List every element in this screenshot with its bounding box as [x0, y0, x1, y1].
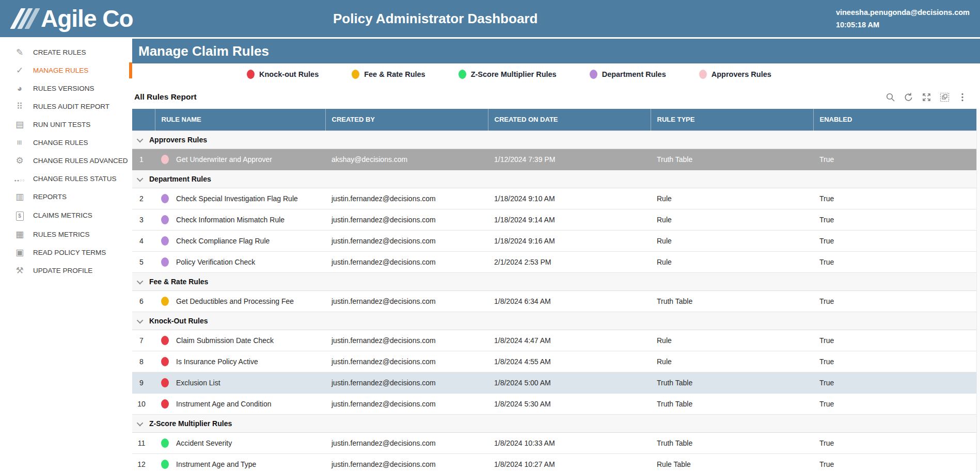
column-header-created-by[interactable]: CREATED BY [325, 109, 488, 131]
row-index: 4 [132, 230, 155, 251]
created-on-date: 2/1/2024 2:53 PM [488, 251, 651, 272]
column-header-rule-name[interactable]: RULE NAME [155, 109, 325, 131]
table-row[interactable]: 4Check Compliance Flag Rulejustin.fernan… [132, 230, 976, 251]
vertical-scrollbar[interactable] [976, 109, 980, 472]
sidebar-item-label: CREATE RULES [33, 48, 86, 57]
created-by: akshay@decisions.com [325, 149, 488, 170]
sidebar-item-rules-metrics[interactable]: ▦RULES METRICS [0, 225, 132, 243]
enabled-value: True [813, 330, 976, 351]
group-row-department-rules[interactable]: Department Rules [132, 170, 976, 188]
legend-label: Approvers Rules [712, 70, 771, 78]
table-row[interactable]: 12Instrument Age and Typejustin.fernande… [132, 453, 976, 472]
rule-type-dot-icon [161, 194, 169, 203]
rule-type: Rule [651, 188, 813, 209]
column-header-index[interactable] [132, 109, 155, 131]
legend-dot-icon [590, 70, 597, 79]
enabled-value: True [813, 230, 976, 251]
table-row[interactable]: 8Is Insurance Policy Activejustin.fernan… [132, 351, 976, 372]
group-row-fee-rate-rules[interactable]: Fee & Rate Rules [132, 272, 976, 290]
dashboard-title: Policy Administrator Dashboard [333, 11, 538, 27]
sidebar-item-manage-rules[interactable]: ✓MANAGE RULES [0, 61, 132, 79]
table-row[interactable]: 5Policy Verification Checkjustin.fernand… [132, 251, 976, 272]
created-by: justin.fernandez@decisions.com [325, 453, 488, 472]
agileco-logo[interactable]: Agile Co [15, 7, 133, 30]
sidebar-item-change-rules-advanced[interactable]: ⚙CHANGE RULES ADVANCED [0, 152, 132, 170]
created-on-date: 1/18/2024 9:10 AM [488, 188, 651, 209]
created-by: justin.fernandez@decisions.com [325, 230, 488, 251]
kebab-menu-icon[interactable] [957, 92, 968, 102]
chevron-down-icon [137, 419, 144, 426]
sidebar-item-label: RULES VERSIONS [33, 85, 94, 93]
group-label: Knock-Out Rules [149, 317, 208, 325]
legend-dot-icon [459, 70, 466, 79]
sidebar-item-label: RUN UNIT TESTS [33, 121, 90, 129]
expand-icon[interactable] [921, 92, 931, 102]
enabled-value: True [813, 290, 976, 312]
rule-type: Rule [651, 330, 813, 351]
legend-item-knock-out-rules: Knock-out Rules [247, 70, 319, 79]
table-row[interactable]: 9Exclusion Listjustin.fernandez@decision… [132, 372, 976, 393]
enabled-value: True [813, 251, 976, 272]
rule-type: Truth Table [651, 149, 813, 170]
sidebar-item-change-rules-status[interactable]: ●●○○CHANGE RULES STATUS [0, 170, 132, 188]
refresh-icon[interactable] [903, 92, 913, 102]
sidebar-item-rules-audit-report[interactable]: ⠿RULES AUDIT REPORT [0, 97, 132, 116]
report-doc-icon: ▥ [13, 192, 26, 201]
enabled-value: True [813, 188, 976, 209]
rule-type-dot-icon [161, 357, 169, 366]
table-row[interactable]: 10Instrument Age and Conditionjustin.fer… [132, 393, 976, 414]
sidebar-item-update-profile[interactable]: ⚒UPDATE PROFILE [0, 262, 132, 280]
column-header-rule-type[interactable]: RULE TYPE [651, 109, 813, 131]
row-index: 7 [132, 330, 155, 351]
column-header-enabled[interactable]: ENABLED [813, 109, 976, 131]
rule-name: Claim Submission Date Check [176, 336, 274, 345]
group-row-knock-out-rules[interactable]: Knock-Out Rules [132, 312, 976, 330]
table-row[interactable]: 3Check Information Mismatch Rulejustin.f… [132, 209, 976, 230]
group-row-z-score-multiplier-rules[interactable]: Z-Score Multiplier Rules [132, 414, 976, 432]
created-by: justin.fernandez@decisions.com [325, 432, 488, 453]
created-on-date: 1/8/2024 6:34 AM [488, 290, 651, 312]
created-by: justin.fernandez@decisions.com [325, 188, 488, 209]
rule-type: Rule [651, 251, 813, 272]
table-row[interactable]: 7Claim Submission Date Checkjustin.ferna… [132, 330, 976, 351]
sidebar-item-label: REPORTS [33, 193, 67, 201]
sidebar-item-create-rules[interactable]: ✎CREATE RULES [0, 43, 132, 61]
sidebar-item-read-policy-terms[interactable]: ▣READ POLICY TERMS [0, 243, 132, 262]
enabled-value: True [813, 351, 976, 372]
row-index: 2 [132, 188, 155, 209]
rule-name: Get Deductibles and Processing Fee [176, 297, 294, 305]
table-row[interactable]: 1Get Underwriter and Approverakshay@deci… [132, 149, 976, 170]
rule-type-dot-icon [161, 297, 169, 306]
sidebar-item-rules-versions[interactable]: ◕RULES VERSIONS [0, 79, 132, 97]
column-header-created-on-date[interactable]: CREATED ON DATE [488, 109, 651, 131]
row-index: 5 [132, 251, 155, 272]
legend-label: Knock-out Rules [259, 70, 319, 78]
rule-name: Is Insurance Policy Active [176, 357, 258, 366]
table-row[interactable]: 11Accident Severityjustin.fernandez@deci… [132, 432, 976, 453]
search-icon[interactable] [885, 92, 895, 102]
chevron-down-icon [137, 175, 144, 182]
copy-icon[interactable] [939, 92, 950, 102]
created-by: justin.fernandez@decisions.com [325, 372, 488, 393]
rule-type-dot-icon [161, 155, 169, 164]
sidebar-item-run-unit-tests[interactable]: ▤RUN UNIT TESTS [0, 116, 132, 134]
sidebar-item-reports[interactable]: ▥REPORTS [0, 188, 132, 206]
metrics-table-icon: ▦ [13, 230, 26, 239]
row-index: 6 [132, 290, 155, 312]
audit-grid-icon: ⠿ [13, 102, 26, 111]
sidebar-item-change-rules[interactable]: ≡CHANGE RULES [0, 134, 132, 152]
test-list-icon: ▤ [13, 120, 26, 129]
group-row-approvers-rules[interactable]: Approvers Rules [132, 131, 976, 149]
rule-name: Instrument Age and Type [176, 460, 256, 468]
table-row[interactable]: 6Get Deductibles and Processing Feejusti… [132, 290, 976, 312]
sidebar-item-claims-metrics[interactable]: $CLAIMS METRICS [0, 206, 132, 225]
main-content: Manage Claim Rules Knock-out RulesFee & … [132, 37, 980, 472]
table-row[interactable]: 2Check Special Investigation Flag Ruleju… [132, 188, 976, 209]
rule-type-legend: Knock-out RulesFee & Rate RulesZ-Score M… [132, 63, 980, 85]
history-icon: ◕ [13, 84, 26, 93]
logo-text: Agile Co [41, 7, 133, 30]
rule-type: Rule [651, 209, 813, 230]
rule-name: Exclusion List [176, 379, 220, 387]
row-index: 12 [132, 453, 155, 472]
rule-type-dot-icon [161, 438, 169, 448]
